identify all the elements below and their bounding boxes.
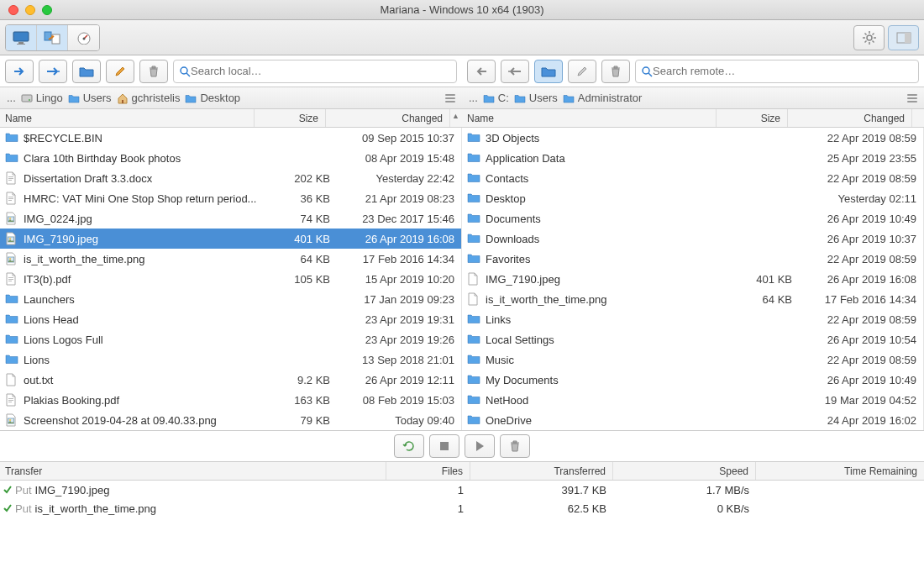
local-folder-button[interactable] <box>72 60 101 83</box>
file-row[interactable]: NetHood19 Mar 2019 04:52 <box>462 390 923 410</box>
file-changed: 21 Apr 2019 08:23 <box>337 192 461 205</box>
th-files[interactable]: Files <box>386 462 470 480</box>
gauge-view-button[interactable] <box>68 25 99 50</box>
file-row[interactable]: Lions13 Sep 2018 21:01 <box>0 349 461 370</box>
file-row[interactable]: Lions Logos Full23 Apr 2019 19:26 <box>0 329 461 349</box>
local-transfer-button[interactable] <box>39 60 67 83</box>
remote-search-field[interactable] <box>635 60 919 83</box>
file-changed: 22 Apr 2019 08:59 <box>799 132 923 144</box>
file-row[interactable]: IMG_0224.jpg74 KB23 Dec 2017 15:46 <box>0 208 461 229</box>
file-row[interactable]: DesktopYesterday 02:11 <box>462 188 923 208</box>
minimize-window-button[interactable] <box>25 5 35 15</box>
breadcrumb-item[interactable]: ... <box>7 92 16 104</box>
file-name: Desktop <box>486 192 727 205</box>
breadcrumb-item[interactable]: ... <box>469 92 478 104</box>
file-row[interactable]: is_it_worth_the_time.png64 KB17 Feb 2016… <box>462 289 923 309</box>
remote-col-size[interactable]: Size <box>716 109 787 127</box>
local-forward-button[interactable] <box>5 60 34 83</box>
file-row[interactable]: Downloads26 Apr 2019 10:37 <box>462 229 923 249</box>
maximize-window-button[interactable] <box>42 5 52 15</box>
file-row[interactable]: 3D Objects22 Apr 2019 08:59 <box>462 128 923 148</box>
remote-delete-button[interactable] <box>601 60 630 83</box>
file-row[interactable]: Launchers17 Jan 2019 09:23 <box>0 289 461 309</box>
file-changed: Yesterday 22:42 <box>337 172 461 185</box>
check-icon <box>0 485 15 495</box>
breadcrumb-item[interactable]: Users <box>514 92 558 104</box>
transfer-speed: 0 KB/s <box>613 502 756 515</box>
file-row[interactable]: Documents26 Apr 2019 10:49 <box>462 208 923 229</box>
breadcrumb-item[interactable]: Desktop <box>185 92 240 104</box>
local-col-changed[interactable]: Changed <box>325 109 449 127</box>
folder-icon <box>5 353 18 366</box>
breadcrumbs-row: ...LingoUsersgchristelisDesktop ...C:Use… <box>0 87 924 109</box>
svg-rect-34 <box>8 400 13 401</box>
file-changed: 23 Apr 2019 19:26 <box>337 334 461 346</box>
settings-button[interactable] <box>853 25 885 50</box>
remote-list-toggle-icon[interactable] <box>907 94 917 102</box>
close-window-button[interactable] <box>8 5 18 15</box>
th-transfer[interactable]: Transfer <box>0 462 386 480</box>
file-row[interactable]: Favorites22 Apr 2019 08:59 <box>462 249 923 269</box>
file-row[interactable]: Contacts22 Apr 2019 08:59 <box>462 168 923 188</box>
th-speed[interactable]: Speed <box>613 462 756 480</box>
file-row[interactable]: Lions Head23 Apr 2019 19:31 <box>0 309 461 329</box>
local-search-input[interactable] <box>191 65 451 77</box>
file-changed: 22 Apr 2019 08:59 <box>799 313 923 326</box>
local-search-field[interactable] <box>173 60 457 83</box>
th-remaining[interactable]: Time Remaining <box>756 462 924 480</box>
file-row[interactable]: IMG_7190.jpeg401 KB26 Apr 2019 16:08 <box>0 229 461 249</box>
remote-col-changed[interactable]: Changed <box>787 109 911 127</box>
remote-file-pane[interactable]: 3D Objects22 Apr 2019 08:59Application D… <box>462 128 924 430</box>
file-row[interactable]: Screenshot 2019-04-28 at 09.40.33.png79 … <box>0 410 461 430</box>
local-col-name[interactable]: Name <box>0 109 254 127</box>
file-row[interactable]: is_it_worth_the_time.png64 KB17 Feb 2016… <box>0 249 461 269</box>
local-edit-button[interactable] <box>106 60 134 83</box>
breadcrumb-item[interactable]: Lingo <box>21 92 63 104</box>
file-row[interactable]: Music22 Apr 2019 08:59 <box>462 349 923 370</box>
sync-view-button[interactable] <box>37 25 68 50</box>
stop-transfers-button[interactable] <box>429 434 459 458</box>
local-col-size[interactable]: Size <box>254 109 325 127</box>
transfer-list: PutIMG_7190.jpeg1391.7 KB1.7 MB/sPutis_i… <box>0 481 924 518</box>
remote-transfer-button[interactable] <box>501 60 529 83</box>
transfer-row[interactable]: PutIMG_7190.jpeg1391.7 KB1.7 MB/s <box>0 481 924 499</box>
local-list-toggle-icon[interactable] <box>445 94 455 102</box>
file-row[interactable]: IT3(b).pdf105 KB15 Apr 2019 10:20 <box>0 269 461 289</box>
file-row[interactable]: OneDrive24 Apr 2019 16:02 <box>462 410 923 430</box>
clear-transfers-button[interactable] <box>500 434 530 458</box>
transfer-row[interactable]: Putis_it_worth_the_time.png162.5 KB0 KB/… <box>0 499 924 518</box>
file-row[interactable]: Application Data25 Apr 2019 23:55 <box>462 148 923 168</box>
file-changed: 25 Apr 2019 23:55 <box>799 152 923 165</box>
file-row[interactable]: $RECYCLE.BIN09 Sep 2015 10:37 <box>0 128 461 148</box>
remote-search-input[interactable] <box>653 65 913 77</box>
remote-col-name[interactable]: Name <box>462 109 716 127</box>
file-row[interactable]: HMRC: VAT Mini One Stop Shop return peri… <box>0 188 461 208</box>
file-name: IMG_7190.jpeg <box>24 233 265 245</box>
local-file-pane[interactable]: $RECYCLE.BIN09 Sep 2015 10:37Clara 10th … <box>0 128 462 430</box>
play-transfers-button[interactable] <box>465 434 495 458</box>
refresh-transfers-button[interactable] <box>394 434 424 458</box>
file-row[interactable]: Local Settings26 Apr 2019 10:54 <box>462 329 923 349</box>
monitor-view-button[interactable] <box>6 25 37 50</box>
breadcrumb-item[interactable]: C: <box>483 92 509 104</box>
doc-icon <box>5 272 18 286</box>
side-panel-button[interactable] <box>888 25 919 50</box>
file-row[interactable]: My Documents26 Apr 2019 10:49 <box>462 370 923 390</box>
breadcrumb-item[interactable]: Users <box>68 92 112 104</box>
th-transferred[interactable]: Transferred <box>470 462 613 480</box>
file-changed: 15 Apr 2019 10:20 <box>337 273 461 286</box>
remote-folder-button[interactable] <box>534 60 563 83</box>
breadcrumb-item[interactable]: Administrator <box>563 92 643 104</box>
file-row[interactable]: out.txt9.2 KB26 Apr 2019 12:11 <box>0 370 461 390</box>
file-row[interactable]: Clara 10th Birthday Book photos08 Apr 20… <box>0 148 461 168</box>
file-row[interactable]: Links22 Apr 2019 08:59 <box>462 309 923 329</box>
file-row[interactable]: Dissertation Draft 3.3.docx202 KBYesterd… <box>0 168 461 188</box>
remote-back-button[interactable] <box>467 60 496 83</box>
file-row[interactable]: IMG_7190.jpeg401 KB26 Apr 2019 16:08 <box>462 269 923 289</box>
file-row[interactable]: Plakias Booking.pdf163 KB08 Feb 2019 15:… <box>0 390 461 410</box>
local-delete-button[interactable] <box>139 60 168 83</box>
breadcrumb-item[interactable]: gchristelis <box>117 92 181 104</box>
remote-edit-button[interactable] <box>568 60 596 83</box>
file-changed: 26 Apr 2019 10:54 <box>799 334 923 346</box>
file-changed: 17 Feb 2016 14:34 <box>799 293 923 306</box>
